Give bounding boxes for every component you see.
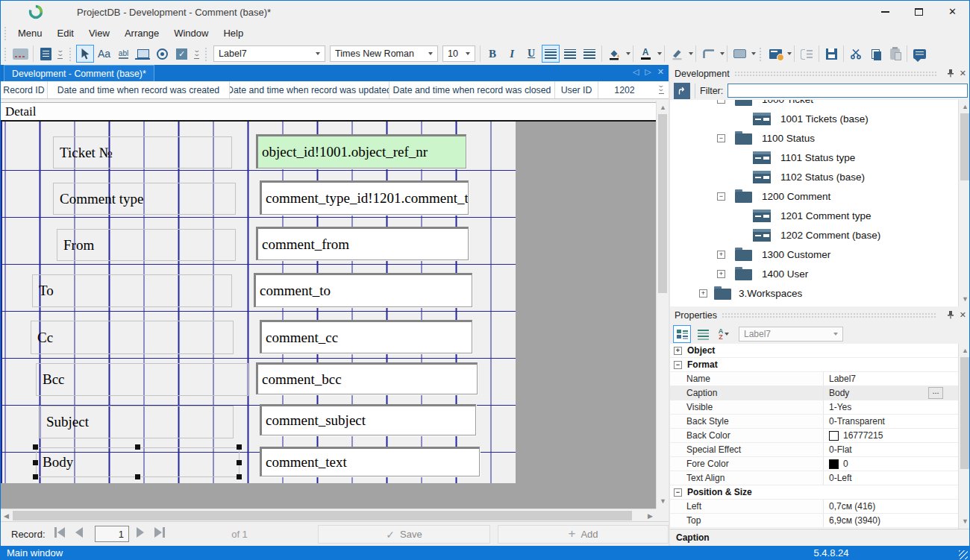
- collapse-icon[interactable]: [674, 361, 682, 369]
- selection-handle[interactable]: [135, 474, 140, 479]
- checkbox-tool-button[interactable]: [173, 45, 191, 63]
- filter-input[interactable]: [728, 84, 968, 98]
- subform-tool-button[interactable]: [134, 45, 152, 63]
- panel-close-icon[interactable]: [960, 69, 966, 78]
- add-record-button[interactable]: Add: [498, 525, 669, 544]
- form-field-body[interactable]: comment_text: [260, 447, 480, 476]
- form-field-subject[interactable]: comment_subject: [260, 404, 476, 435]
- form-label-to[interactable]: To: [32, 274, 232, 307]
- next-record-button[interactable]: [137, 527, 144, 538]
- form-settings-button[interactable]: [766, 45, 784, 63]
- form-label-bcc[interactable]: Bcc: [36, 363, 248, 396]
- scroll-down-icon[interactable]: ▼: [660, 498, 666, 505]
- resize-grip-icon[interactable]: [959, 550, 968, 559]
- menu-item-view[interactable]: View: [81, 25, 117, 42]
- scroll-left-icon[interactable]: ◀: [4, 513, 9, 520]
- comment-button[interactable]: [910, 45, 928, 63]
- collapse-icon[interactable]: [717, 134, 725, 142]
- scroll-right-icon[interactable]: ▶: [648, 513, 653, 520]
- form-field-to[interactable]: comment_to: [254, 273, 472, 307]
- column-header[interactable]: Date and time when record was closed: [389, 81, 555, 98]
- first-record-button[interactable]: [54, 527, 65, 538]
- menu-item-edit[interactable]: Edit: [50, 25, 81, 42]
- vertical-scrollbar[interactable]: ▲ ▼: [656, 101, 668, 509]
- align-left-button[interactable]: [542, 45, 560, 63]
- property-row-visible[interactable]: Visible 1-Yes: [670, 400, 958, 415]
- minimize-button[interactable]: [869, 1, 902, 22]
- selection-handle[interactable]: [237, 474, 242, 479]
- selection-handle[interactable]: [33, 460, 38, 465]
- shape-button[interactable]: [730, 45, 748, 63]
- chevron-down-icon[interactable]: [751, 52, 756, 55]
- chevron-down-icon[interactable]: [657, 52, 662, 55]
- form-field-comment-type[interactable]: comment_type_id!1201.comment_type: [260, 180, 469, 215]
- property-row-back-color[interactable]: Back Color 16777215: [670, 429, 958, 443]
- align-right-button[interactable]: [581, 45, 598, 63]
- bold-button[interactable]: B: [484, 45, 501, 63]
- column-overflow-button[interactable]: [658, 84, 664, 94]
- scrollbar-thumb[interactable]: [960, 113, 969, 180]
- scroll-down-icon[interactable]: ▼: [962, 296, 969, 303]
- collapse-icon[interactable]: [717, 192, 725, 201]
- scrollbar-thumb[interactable]: [960, 357, 969, 469]
- tree-item-1100-status[interactable]: 1100 Status: [670, 128, 958, 148]
- properties-scrollbar[interactable]: ▲ ▼: [958, 344, 970, 529]
- tab-scroll-right-icon[interactable]: [645, 67, 651, 77]
- form-field-from[interactable]: comment_from: [256, 227, 469, 260]
- maximize-button[interactable]: [902, 1, 936, 22]
- horizontal-scrollbar[interactable]: ◀ ▶: [1, 509, 656, 521]
- tree-item-1201-comment-type[interactable]: 1201 Comment type: [670, 206, 958, 225]
- selection-handle[interactable]: [33, 444, 38, 450]
- property-row-name[interactable]: Name Label7: [670, 372, 958, 386]
- highlight-color-button[interactable]: [668, 45, 686, 63]
- tree-item-1102-status-base[interactable]: 1102 Status (base): [670, 167, 958, 186]
- selection-handle[interactable]: [237, 460, 242, 465]
- chevron-down-icon[interactable]: [787, 52, 792, 55]
- scrollbar-thumb[interactable]: [658, 114, 667, 293]
- form-canvas[interactable]: Ticket № Comment type From To Cc Bcc Sub…: [1, 122, 516, 483]
- form-label-subject[interactable]: Subject: [40, 406, 234, 438]
- collapse-icon[interactable]: [674, 488, 682, 497]
- property-row-fore-color[interactable]: Fore Color 0: [670, 457, 958, 471]
- form-field-cc[interactable]: comment_cc: [260, 320, 472, 353]
- selected-object-combo[interactable]: Label7: [739, 327, 843, 342]
- column-header[interactable]: User ID: [555, 81, 598, 98]
- tree-item-1200-comment[interactable]: 1200 Comment: [670, 186, 958, 206]
- column-header[interactable]: Date and time when record was created: [48, 81, 230, 98]
- column-header[interactable]: 1202: [598, 81, 651, 98]
- object-style-combo[interactable]: Label7: [213, 45, 325, 62]
- chevron-down-icon[interactable]: [626, 52, 630, 55]
- scroll-up-icon[interactable]: ▲: [962, 104, 969, 110]
- collapse-icon[interactable]: [717, 100, 725, 104]
- font-color-button[interactable]: A: [636, 45, 654, 63]
- drag-grip[interactable]: [759, 46, 763, 61]
- form-field-ticket[interactable]: object_id!1001.object_ref_nr: [256, 134, 466, 169]
- tab-scroll-left-icon[interactable]: [633, 67, 639, 77]
- property-section-object[interactable]: Object: [670, 344, 958, 358]
- expand-icon[interactable]: [674, 347, 682, 355]
- property-section-format[interactable]: Format: [670, 358, 958, 372]
- last-record-button[interactable]: [154, 527, 165, 538]
- form-label-body-selected[interactable]: Body: [36, 447, 240, 477]
- tree-item-1000-ticket[interactable]: 1000 Ticket: [670, 100, 958, 109]
- tree-item-3-workspaces[interactable]: 3.Workspaces: [670, 283, 958, 303]
- align-center-button[interactable]: [561, 45, 579, 63]
- menu-item-help[interactable]: Help: [216, 25, 251, 42]
- tree-item-1300-customer[interactable]: 1300 Customer: [670, 245, 958, 264]
- development-panel-header[interactable]: Development: [670, 65, 970, 82]
- selection-handle[interactable]: [237, 444, 242, 450]
- drag-grip[interactable]: [4, 46, 7, 61]
- pin-icon[interactable]: [947, 69, 954, 79]
- property-row-back-style[interactable]: Back Style 0-Transparent: [670, 415, 958, 429]
- menu-item-window[interactable]: Window: [166, 25, 216, 42]
- menu-item-arrange[interactable]: Arrange: [117, 25, 166, 42]
- pages-tool-button[interactable]: [37, 45, 54, 63]
- cut-button[interactable]: [847, 45, 865, 63]
- label-tool-button[interactable]: Aa: [96, 45, 113, 63]
- tree-scrollbar[interactable]: ▲ ▼: [958, 100, 970, 306]
- tree-item-1202-comment-base[interactable]: 1202 Comment (base): [670, 225, 958, 245]
- radio-tool-button[interactable]: [154, 45, 172, 63]
- fill-color-button[interactable]: [605, 45, 623, 63]
- sort-alphabetical-button[interactable]: AZ: [715, 325, 733, 343]
- close-button[interactable]: [936, 1, 969, 22]
